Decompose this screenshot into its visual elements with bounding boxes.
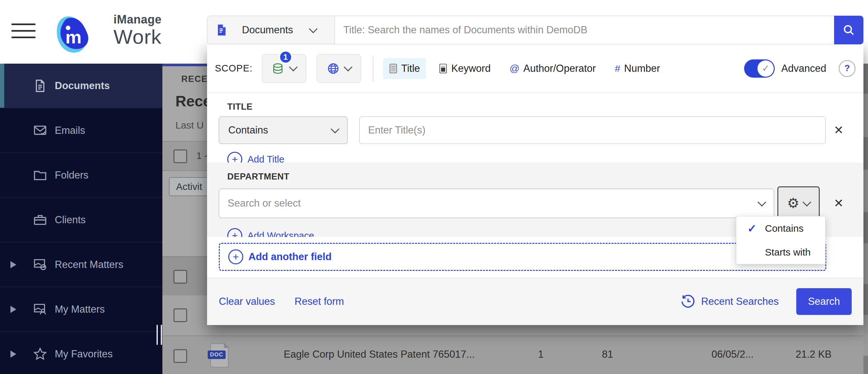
sidebar: Documents Emails Folders Clients Recent … <box>0 64 162 374</box>
row-checkbox[interactable] <box>174 270 187 284</box>
email-icon <box>33 123 48 138</box>
title-value-input[interactable] <box>359 116 826 144</box>
select-all-checkbox[interactable] <box>174 149 187 163</box>
recent-searches-label: Recent Searches <box>701 296 779 308</box>
row-checkbox[interactable] <box>174 349 187 363</box>
page-title: Rece <box>176 92 211 110</box>
remove-department-field-icon[interactable]: ✕ <box>826 197 852 210</box>
reset-form-link[interactable]: Reset form <box>294 296 344 308</box>
remove-title-field-icon[interactable]: ✕ <box>826 123 852 137</box>
document-date: 06/05/2... <box>712 349 753 360</box>
search-input[interactable] <box>335 16 834 45</box>
database-scope-button[interactable]: 1 <box>262 54 306 83</box>
department-options-button[interactable]: ⚙ <box>777 186 820 220</box>
hash-icon: # <box>615 63 620 74</box>
toggle-knob: ✓ <box>757 60 774 77</box>
search-collection-dropdown[interactable]: Documents <box>207 16 335 45</box>
sidebar-item-label: My Favorites <box>55 348 113 360</box>
result-count-label: 1 - <box>196 150 208 161</box>
document-pages: 81 <box>602 349 613 360</box>
scope-row: SCOPE: 1 Title <box>207 45 863 93</box>
scope-label: SCOPE: <box>215 63 253 74</box>
sidebar-item-label: Clients <box>55 214 86 226</box>
table-row-document[interactable]: DOC Eagle Corp United States Patent 7650… <box>162 336 863 374</box>
sidebar-item-label: Emails <box>55 125 85 137</box>
field-chip-title[interactable]: Title <box>383 58 426 79</box>
title-operator-select[interactable]: Contains <box>219 116 348 144</box>
department-dropdown-toggle[interactable] <box>750 189 774 218</box>
department-combobox <box>219 189 774 218</box>
title-section-label: TITLE <box>227 102 852 112</box>
divider <box>373 56 373 82</box>
field-chip-author[interactable]: @ Author/Operator <box>504 58 602 79</box>
field-chip-keyword[interactable]: Keyword <box>433 58 497 79</box>
briefcase-icon <box>33 212 48 227</box>
keyword-doc-icon <box>439 63 447 74</box>
sidebar-item-my-matters[interactable]: My Matters <box>0 287 162 332</box>
search-submit-button[interactable] <box>834 16 863 45</box>
sidebar-item-label: Recent Matters <box>55 259 123 270</box>
global-scope-button[interactable] <box>317 54 361 83</box>
chevron-down-icon <box>331 125 339 134</box>
recent-searches-link[interactable]: Recent Searches <box>680 294 779 309</box>
chip-label: Number <box>624 63 660 75</box>
chevron-down-icon <box>309 25 318 33</box>
title-doc-icon <box>389 63 398 74</box>
document-title[interactable]: Eagle Corp United States Patent 765017..… <box>284 349 475 360</box>
check-icon: ✓ <box>747 222 757 235</box>
menu-item-label: Starts with <box>765 247 811 258</box>
sidebar-item-clients[interactable]: Clients <box>0 198 162 242</box>
sidebar-item-folders[interactable]: Folders <box>0 153 162 198</box>
advanced-label: Advanced <box>781 63 826 75</box>
brand-text: iManage Work <box>114 14 162 47</box>
document-version: 1 <box>538 349 544 360</box>
global-search-bar: Documents <box>207 16 863 45</box>
field-chip-number[interactable]: # Number <box>609 58 666 79</box>
imanage-logo-icon: m <box>49 11 95 57</box>
panel-footer: Clear values Reset form Recent Searches … <box>207 278 863 325</box>
collection-label: Documents <box>242 24 293 36</box>
chip-label: Keyword <box>451 63 491 75</box>
advanced-search-panel: SCOPE: 1 Title <box>207 45 863 325</box>
operator-menu: ✓ Contains Starts with <box>736 216 826 264</box>
help-icon[interactable]: ? <box>839 60 856 77</box>
chip-label: Author/Operator <box>523 63 596 75</box>
menu-item-starts-with[interactable]: Starts with <box>736 240 825 264</box>
chevron-down-icon <box>289 63 298 71</box>
sidebar-resize-handle[interactable] <box>156 325 165 346</box>
sidebar-item-documents[interactable]: Documents <box>0 64 162 108</box>
chevron-down-icon <box>344 63 352 71</box>
expand-caret-icon[interactable] <box>10 261 16 268</box>
document-icon <box>215 23 228 37</box>
sidebar-item-emails[interactable]: Emails <box>0 108 162 153</box>
active-indicator-bar <box>0 64 4 108</box>
clear-values-link[interactable]: Clear values <box>219 296 275 308</box>
vertical-scrollbar[interactable] <box>863 64 868 374</box>
sidebar-item-label: My Matters <box>55 304 105 315</box>
row-checkbox[interactable] <box>174 308 187 322</box>
department-search-input[interactable] <box>219 189 750 218</box>
expand-caret-icon[interactable] <box>10 306 16 313</box>
hamburger-menu-icon[interactable] <box>11 24 35 40</box>
recent-matters-icon <box>33 257 48 272</box>
my-matters-icon <box>33 302 48 317</box>
last-updated-label: Last U <box>176 120 204 131</box>
chip-label: Title <box>401 63 420 75</box>
add-another-field-button[interactable]: + Add another field <box>219 243 826 271</box>
at-icon: @ <box>510 63 520 74</box>
operator-value: Contains <box>228 124 268 136</box>
chevron-down-icon <box>757 198 766 207</box>
star-icon <box>33 347 48 362</box>
panel-search-button[interactable]: Search <box>796 288 852 315</box>
menu-item-contains[interactable]: ✓ Contains <box>736 217 825 240</box>
folder-icon <box>33 168 48 183</box>
document-icon <box>33 78 48 93</box>
doc-file-icon: DOC <box>210 343 228 368</box>
sidebar-item-recent-matters[interactable]: Recent Matters <box>0 242 162 287</box>
department-section-label: DEPARTMENT <box>227 172 852 182</box>
sidebar-item-my-favorites[interactable]: My Favorites <box>0 332 162 374</box>
expand-caret-icon[interactable] <box>10 350 16 358</box>
title-section: TITLE Contains ✕ + Add Title <box>207 93 863 163</box>
advanced-toggle[interactable]: ✓ <box>744 59 775 78</box>
doc-file-type-tag: DOC <box>208 350 226 359</box>
